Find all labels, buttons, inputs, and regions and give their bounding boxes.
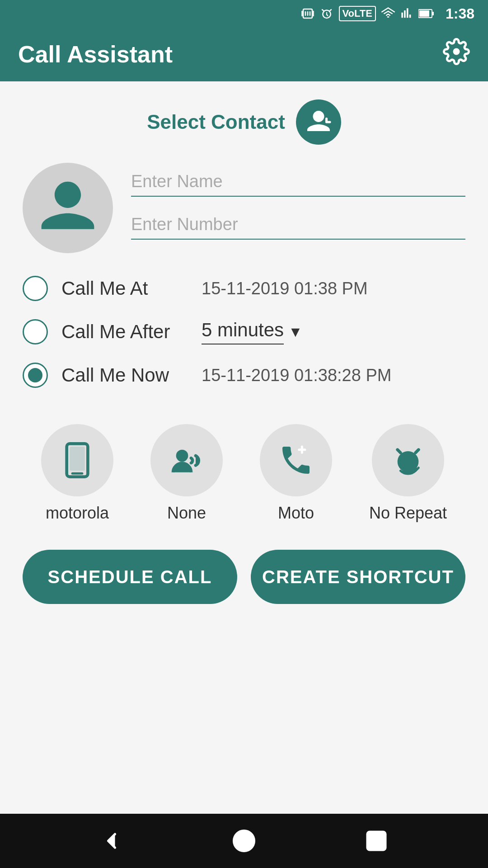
call-me-at-radio[interactable] bbox=[23, 276, 48, 301]
device-option-moto[interactable]: Moto bbox=[260, 424, 332, 523]
svg-rect-0 bbox=[301, 11, 303, 17]
call-me-at-row: Call Me At 15-11-2019 01:38 PM bbox=[23, 276, 465, 301]
dropdown-value: 5 minutes bbox=[202, 319, 284, 344]
action-buttons: SCHEDULE CALL CREATE SHORTCUT bbox=[23, 550, 465, 604]
schedule-call-button[interactable]: SCHEDULE CALL bbox=[23, 550, 237, 604]
svg-rect-11 bbox=[70, 447, 84, 471]
volte-badge: VoLTE bbox=[339, 6, 376, 21]
select-contact-label: Select Contact bbox=[147, 111, 285, 133]
moto-label: Moto bbox=[278, 504, 314, 523]
svg-rect-16 bbox=[367, 832, 385, 850]
number-input[interactable] bbox=[131, 210, 465, 240]
svg-point-15 bbox=[234, 831, 254, 851]
moto-circle bbox=[260, 424, 332, 496]
app-title: Call Assistant bbox=[18, 41, 173, 68]
none-circle bbox=[150, 424, 223, 496]
call-me-at-value: 15-11-2019 01:38 PM bbox=[202, 279, 368, 298]
motorola-label: motorola bbox=[46, 504, 109, 523]
main-content: Select Contact Call Me At 15-11-2019 01:… bbox=[0, 81, 488, 814]
recents-button[interactable] bbox=[361, 825, 392, 857]
create-shortcut-button[interactable]: CREATE SHORTCUT bbox=[251, 550, 465, 604]
svg-rect-1 bbox=[313, 11, 314, 17]
call-me-now-label: Call Me Now bbox=[61, 364, 188, 386]
svg-rect-9 bbox=[419, 10, 429, 17]
device-options: motorola None Moto bbox=[23, 424, 465, 523]
call-me-now-radio[interactable] bbox=[23, 363, 48, 388]
nav-bar bbox=[0, 814, 488, 868]
device-option-none[interactable]: None bbox=[150, 424, 223, 523]
svg-rect-5 bbox=[309, 11, 310, 16]
none-label: None bbox=[167, 504, 206, 523]
svg-rect-4 bbox=[307, 11, 308, 16]
no-repeat-label: No Repeat bbox=[369, 504, 447, 523]
call-me-now-value: 15-11-2019 01:38:28 PM bbox=[202, 366, 391, 385]
home-button[interactable] bbox=[228, 825, 260, 857]
avatar bbox=[23, 163, 113, 253]
device-option-no-repeat[interactable]: No Repeat bbox=[369, 424, 447, 523]
call-me-now-row: Call Me Now 15-11-2019 01:38:28 PM bbox=[23, 363, 465, 388]
name-input[interactable] bbox=[131, 167, 465, 197]
status-icons: VoLTE bbox=[301, 6, 434, 21]
device-option-motorola[interactable]: motorola bbox=[41, 424, 113, 523]
select-contact-row: Select Contact bbox=[23, 99, 465, 145]
call-me-after-radio[interactable] bbox=[23, 319, 48, 344]
no-repeat-circle bbox=[372, 424, 444, 496]
add-contact-button[interactable] bbox=[296, 99, 341, 145]
motorola-circle bbox=[41, 424, 113, 496]
svg-point-13 bbox=[176, 450, 188, 462]
svg-rect-12 bbox=[71, 472, 84, 475]
dropdown-row[interactable]: 5 minutes ▼ bbox=[202, 319, 303, 344]
status-time: 1:38 bbox=[446, 5, 474, 22]
status-bar: VoLTE 1:38 bbox=[0, 0, 488, 27]
call-me-after-row: Call Me After 5 minutes ▼ bbox=[23, 319, 465, 344]
call-me-at-label: Call Me At bbox=[61, 278, 188, 299]
dropdown-arrow-icon: ▼ bbox=[288, 324, 303, 340]
svg-rect-3 bbox=[305, 11, 306, 16]
back-button[interactable] bbox=[96, 825, 127, 857]
contact-fields bbox=[131, 163, 465, 240]
settings-icon[interactable] bbox=[443, 38, 470, 71]
app-bar: Call Assistant bbox=[0, 27, 488, 81]
contact-info-row bbox=[23, 163, 465, 253]
svg-rect-8 bbox=[432, 12, 434, 15]
call-me-after-label: Call Me After bbox=[61, 321, 188, 343]
